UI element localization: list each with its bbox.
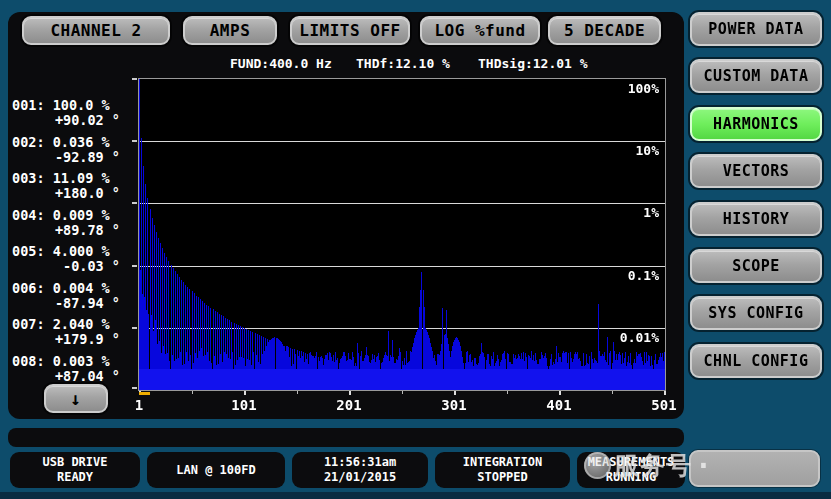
harmonic-entry: 006: 0.004 %-87.94 ° [12, 281, 134, 311]
x-axis-tick [244, 391, 246, 395]
harmonic-list: 001: 100.0 %+90.02 °002: 0.036 %-92.89 °… [12, 98, 134, 390]
y-axis-tick [132, 265, 137, 267]
decade-range-button[interactable]: 5 DECADE [548, 16, 661, 45]
x-axis-labels: 1101201301401501 [139, 391, 665, 417]
menu-vectors-button[interactable]: VECTORS [690, 154, 822, 188]
harmonics-chart: 100%10%1%0.1%0.01% 1101201301401501 [138, 78, 664, 389]
x-tick-label: 301 [424, 397, 484, 413]
arrow-down-icon: ↓ [70, 388, 81, 409]
x-tick-label: 501 [634, 397, 694, 413]
y-axis-tick [132, 327, 137, 329]
main-screen: CHANNEL 2 AMPS LIMITS OFF LOG %fund 5 DE… [8, 12, 684, 419]
y-axis-tick [132, 78, 137, 80]
fund-readout: FUND:400.0 Hz [230, 56, 332, 71]
x-tick-label: 1 [109, 397, 169, 413]
harmonic-entry: 008: 0.003 %+87.04 ° [12, 354, 134, 384]
x-tick-label: 201 [319, 397, 379, 413]
harmonics-spectrum-canvas [138, 78, 666, 391]
device-frame: CHANNEL 2 AMPS LIMITS OFF LOG %fund 5 DE… [0, 0, 831, 499]
y-axis-tick [132, 387, 137, 389]
harmonic-entry: 007: 2.040 %+179.9 ° [12, 317, 134, 347]
usb-status: USB DRIVEREADY [10, 452, 140, 488]
x-axis-minor-tick [297, 391, 298, 394]
harmonic-entry: 004: 0.009 %+89.78 ° [12, 208, 134, 238]
side-menu: POWER DATACUSTOM DATAHARMONICSVECTORSHIS… [690, 0, 822, 440]
bottom-strip [0, 492, 831, 499]
x-axis-minor-tick [507, 391, 508, 394]
y-axis-tick [132, 202, 137, 204]
measurement-status: MEASUREMENTSRUNNING [577, 452, 685, 488]
menu-custom-data-button[interactable]: CUSTOM DATA [690, 59, 822, 93]
menu-power-data-button[interactable]: POWER DATA [690, 12, 822, 46]
thdsig-readout: THDsig:12.01 % [478, 56, 588, 71]
x-tick-label: 401 [529, 397, 589, 413]
harmonic-cursor [139, 392, 150, 395]
harmonic-entry: 002: 0.036 %-92.89 ° [12, 135, 134, 165]
x-axis-tick [559, 391, 561, 395]
x-axis-minor-tick [612, 391, 613, 394]
x-axis-minor-tick [402, 391, 403, 394]
message-bar [8, 428, 684, 447]
units-button[interactable]: AMPS [183, 16, 277, 45]
scale-mode-button[interactable]: LOG %fund [420, 16, 540, 45]
limits-button[interactable]: LIMITS OFF [290, 16, 410, 45]
menu-harmonics-button[interactable]: HARMONICS [690, 107, 822, 141]
scroll-down-button[interactable]: ↓ [44, 384, 108, 413]
x-axis-tick [349, 391, 351, 395]
status-bar: USB DRIVEREADYLAN @ 100FD11:56:31am21/01… [0, 452, 690, 488]
x-tick-label: 101 [214, 397, 274, 413]
harmonic-entry: 001: 100.0 %+90.02 ° [12, 98, 134, 128]
menu-chnl-config-button[interactable]: CHNL CONFIG [690, 344, 822, 378]
clock-status: 11:56:31am21/01/2015 [292, 452, 428, 488]
lan-status: LAN @ 100FD [147, 452, 285, 488]
x-axis-minor-tick [192, 391, 193, 394]
y-axis-tick [132, 140, 137, 142]
integration-status: INTEGRATIONSTOPPED [435, 452, 570, 488]
blank-softkey-button[interactable] [689, 450, 820, 487]
menu-sys-config-button[interactable]: SYS CONFIG [690, 296, 822, 330]
harmonic-entry: 005: 4.000 %-0.03 ° [12, 244, 134, 274]
channel-select-button[interactable]: CHANNEL 2 [22, 16, 170, 45]
menu-history-button[interactable]: HISTORY [690, 202, 822, 236]
x-axis-tick [454, 391, 456, 395]
x-axis-tick [664, 391, 666, 395]
menu-scope-button[interactable]: SCOPE [690, 249, 822, 283]
thdf-readout: THDf:12.10 % [356, 56, 450, 71]
harmonic-entry: 003: 11.09 %+180.0 ° [12, 171, 134, 201]
